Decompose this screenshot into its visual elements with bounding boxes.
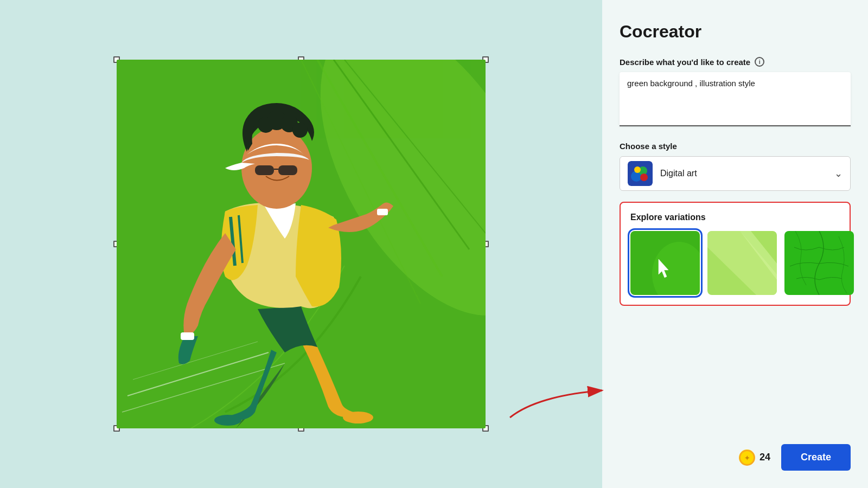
info-icon[interactable]: i bbox=[755, 57, 764, 67]
right-panel: Cocreator Describe what you'd like to cr… bbox=[602, 0, 868, 488]
svg-point-10 bbox=[343, 412, 373, 423]
svg-point-25 bbox=[640, 174, 648, 181]
style-name: Digital art bbox=[660, 169, 827, 178]
coin-icon: ✦ bbox=[739, 450, 755, 466]
chevron-down-icon: ⌄ bbox=[834, 168, 843, 179]
image-frame[interactable] bbox=[117, 60, 486, 428]
create-button[interactable]: Create bbox=[781, 444, 851, 471]
canvas-area bbox=[0, 0, 602, 488]
style-icon bbox=[628, 161, 653, 186]
svg-rect-19 bbox=[181, 332, 194, 340]
variations-title: Explore variations bbox=[630, 213, 840, 222]
bottom-bar: ✦ 24 Create bbox=[620, 431, 851, 471]
svg-rect-17 bbox=[278, 165, 297, 175]
svg-rect-16 bbox=[255, 165, 274, 175]
svg-point-26 bbox=[634, 166, 641, 173]
svg-text:✦: ✦ bbox=[744, 454, 750, 462]
variation-3[interactable] bbox=[784, 231, 854, 295]
variations-section: Explore variations bbox=[620, 202, 851, 306]
svg-point-9 bbox=[214, 415, 241, 426]
variation-1[interactable] bbox=[630, 231, 700, 295]
style-section: Choose a style Digital art ⌄ bbox=[620, 142, 851, 191]
svg-point-15 bbox=[292, 123, 308, 138]
describe-label-container: Describe what you'd like to create i bbox=[620, 57, 851, 67]
red-arrow bbox=[505, 380, 613, 423]
main-illustration bbox=[117, 60, 486, 428]
svg-rect-20 bbox=[377, 209, 388, 215]
variations-grid bbox=[630, 231, 840, 295]
style-dropdown[interactable]: Digital art ⌄ bbox=[620, 156, 851, 191]
panel-title: Cocreator bbox=[620, 22, 851, 42]
describe-label: Describe what you'd like to create bbox=[620, 57, 750, 67]
style-label: Choose a style bbox=[620, 142, 851, 151]
credits-badge: ✦ 24 bbox=[739, 450, 770, 466]
credits-count: 24 bbox=[760, 452, 770, 463]
description-textarea[interactable] bbox=[620, 72, 851, 126]
variation-2[interactable] bbox=[707, 231, 777, 295]
